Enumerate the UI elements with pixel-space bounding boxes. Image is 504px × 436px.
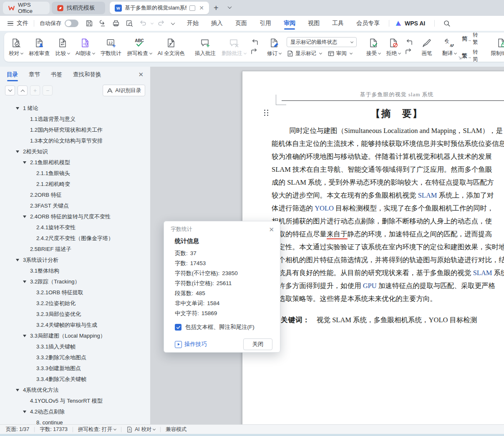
- menu-审阅[interactable]: 审阅: [284, 16, 295, 30]
- close-icon[interactable]: ✕: [199, 5, 204, 11]
- accept-button[interactable]: 接受: [363, 33, 383, 62]
- toc-item[interactable]: 3.3.1插入关键帧: [0, 341, 150, 352]
- caret-down-icon[interactable]: [23, 161, 26, 164]
- sidebar-close-icon[interactable]: ✕: [138, 71, 144, 78]
- toc-item[interactable]: 2.4.2尺度不变性（图像金字塔）: [0, 233, 150, 244]
- prev-comment-icon[interactable]: [251, 39, 258, 46]
- caret-down-icon[interactable]: [16, 150, 19, 153]
- review-pane-button[interactable]: 审阅: [328, 50, 352, 57]
- tab-wps-office[interactable]: WPS Office: [3, 2, 50, 14]
- toc-item[interactable]: 3.2跟踪（Tracking）: [0, 276, 150, 287]
- word-count-dialog[interactable]: 字数统计 ✕ 统计信息 页数:37字数:17453字符数(不计空格):23850…: [164, 221, 280, 353]
- proofread-button[interactable]: 校对: [6, 33, 26, 62]
- page-indicator[interactable]: 页面: 1/37: [6, 426, 29, 433]
- markup-state-dropdown[interactable]: 显示标记的最终状态: [287, 37, 357, 47]
- show-markup-button[interactable]: 显示标记: [287, 50, 322, 57]
- file-menu[interactable]: 文件: [17, 20, 28, 27]
- toc-item[interactable]: 8. continue: [0, 417, 150, 425]
- sidebar-tab-查找和替换[interactable]: 查找和替换: [73, 71, 101, 82]
- caret-down-icon[interactable]: [16, 389, 19, 391]
- caret-down-icon[interactable]: [23, 411, 26, 413]
- toc-item[interactable]: 2.4.1旋转不变性: [0, 222, 150, 233]
- toc-item[interactable]: 2.4ORB 特征的旋转与尺度不变性: [0, 211, 150, 222]
- tab-list-chevron-icon[interactable]: [228, 5, 232, 9]
- tab-docer-templates[interactable]: 找稻壳模板: [52, 2, 105, 14]
- toc-item[interactable]: 3.3.3创建新地图点: [0, 363, 150, 374]
- reject-button[interactable]: 拒绝: [383, 33, 403, 62]
- toc-item[interactable]: 4.2动态点剔除: [0, 406, 150, 417]
- translate-button[interactable]: 文A 翻译: [439, 33, 459, 62]
- ai-recognize-toc-button[interactable]: AI识别目录: [103, 85, 145, 96]
- toc-item[interactable]: 3系统设计分析: [0, 255, 150, 266]
- spell-check-button[interactable]: ABC 拼写检查: [124, 33, 155, 62]
- delete-comment-button[interactable]: 删除批注: [219, 33, 249, 62]
- ai-polish-button[interactable]: AI 全文润色: [155, 33, 188, 62]
- include-footnotes-checkbox[interactable]: [175, 324, 181, 331]
- menu-开始[interactable]: 开始: [187, 16, 199, 30]
- print-icon[interactable]: [112, 19, 120, 28]
- expand-all-button[interactable]: [18, 85, 28, 95]
- operation-tips-link[interactable]: 操作技巧: [175, 341, 207, 348]
- simplified-to-traditional-button[interactable]: 简→转繁: [462, 32, 478, 46]
- wps-ai-button[interactable]: WPS AI: [395, 20, 425, 27]
- toc-item[interactable]: 1 绪论: [0, 103, 150, 114]
- sidebar-tab-书签[interactable]: 书签: [51, 71, 62, 82]
- toc-item[interactable]: 1.1选题背景与意义: [0, 114, 150, 125]
- menu-工具[interactable]: 工具: [332, 16, 344, 30]
- toc-item[interactable]: 3.2.4关键帧的审核与生成: [0, 320, 150, 331]
- quick-access-chevron-icon[interactable]: [171, 21, 175, 25]
- caret-down-icon[interactable]: [16, 107, 19, 110]
- undo-chevron-icon[interactable]: [151, 21, 154, 24]
- collapse-all-button[interactable]: [5, 85, 15, 95]
- restrict-edit-button[interactable]: 限制编辑: [488, 33, 504, 62]
- save-icon[interactable]: [85, 19, 93, 28]
- toc-item[interactable]: 2.2ORB 特征: [0, 190, 150, 200]
- search-icon[interactable]: [443, 19, 451, 28]
- ai-read-button[interactable]: AI朗读: [73, 33, 98, 62]
- tab-document[interactable]: W 基于多鱼眼的视觉slam系统 与 ✕: [110, 2, 209, 14]
- menu-引用[interactable]: 引用: [260, 16, 271, 30]
- toc-item[interactable]: 4系统优化方法: [0, 385, 150, 396]
- insert-comment-button[interactable]: 插入批注: [192, 33, 219, 62]
- traditional-to-simplified-button[interactable]: 繁→转简: [462, 49, 478, 63]
- dialog-launcher-icon[interactable]: [458, 56, 462, 60]
- toc-item[interactable]: 3.2.1ORB 特征提取: [0, 287, 150, 298]
- toc-item[interactable]: 1.2国内外研究现状和相关工作: [0, 125, 150, 135]
- sidebar-tab-章节[interactable]: 章节: [29, 71, 40, 82]
- toc-item[interactable]: 2.3FAST 关键点: [0, 200, 150, 211]
- new-tab-button[interactable]: +: [214, 3, 219, 13]
- toc-item[interactable]: 1.3本文的论文结构与章节安排: [0, 135, 150, 146]
- toc-item[interactable]: 3.3.4删除冗余关键帧: [0, 374, 150, 385]
- toc-item[interactable]: 2.1.1鱼眼镜头: [0, 168, 150, 179]
- menu-会员专享[interactable]: 会员专享: [356, 16, 380, 30]
- ai-proofread-indicator[interactable]: A AI 校对: [126, 426, 155, 433]
- word-count-indicator[interactable]: 字数: 17373: [40, 426, 68, 433]
- toc-item[interactable]: 3.1整体结构: [0, 266, 150, 276]
- undo-icon[interactable]: [139, 19, 147, 28]
- track-changes-button[interactable]: 修订: [264, 33, 284, 62]
- spell-check-indicator[interactable]: 拼写检查: 打开: [78, 426, 116, 433]
- toc-item[interactable]: 3.3局部建图（Local Mapping）: [0, 331, 150, 341]
- print-preview-icon[interactable]: [125, 19, 134, 28]
- word-count-button[interactable]: 12 字数统计: [98, 33, 124, 62]
- sidebar-tab-目录[interactable]: 目录: [7, 71, 18, 82]
- toc-item[interactable]: 2.5BRIEF 描述子: [0, 244, 150, 255]
- toc-item[interactable]: 2.1.2相机畸变: [0, 179, 150, 190]
- redo-icon[interactable]: [157, 19, 166, 28]
- next-comment-icon[interactable]: [251, 48, 258, 55]
- zoom-out-button[interactable]: −: [43, 85, 53, 95]
- caret-down-icon[interactable]: [16, 259, 19, 261]
- menu-插入[interactable]: 插入: [211, 16, 223, 30]
- window-icon[interactable]: [189, 5, 195, 11]
- caret-down-icon[interactable]: [23, 215, 26, 218]
- autosave-toggle[interactable]: [65, 20, 78, 27]
- close-dialog-button[interactable]: 关闭: [243, 338, 272, 350]
- next-change-icon[interactable]: [405, 48, 413, 55]
- toc-item[interactable]: 3.2.3局部位姿优化: [0, 309, 150, 320]
- toc-item[interactable]: 2相关知识: [0, 146, 150, 157]
- hamburger-icon[interactable]: [8, 20, 13, 27]
- standard-review-button[interactable]: 标准审查: [26, 33, 53, 62]
- export-icon[interactable]: [98, 19, 107, 28]
- compare-button[interactable]: 比较: [53, 33, 73, 62]
- toc-item[interactable]: 3.3.2删除冗余地图点: [0, 352, 150, 363]
